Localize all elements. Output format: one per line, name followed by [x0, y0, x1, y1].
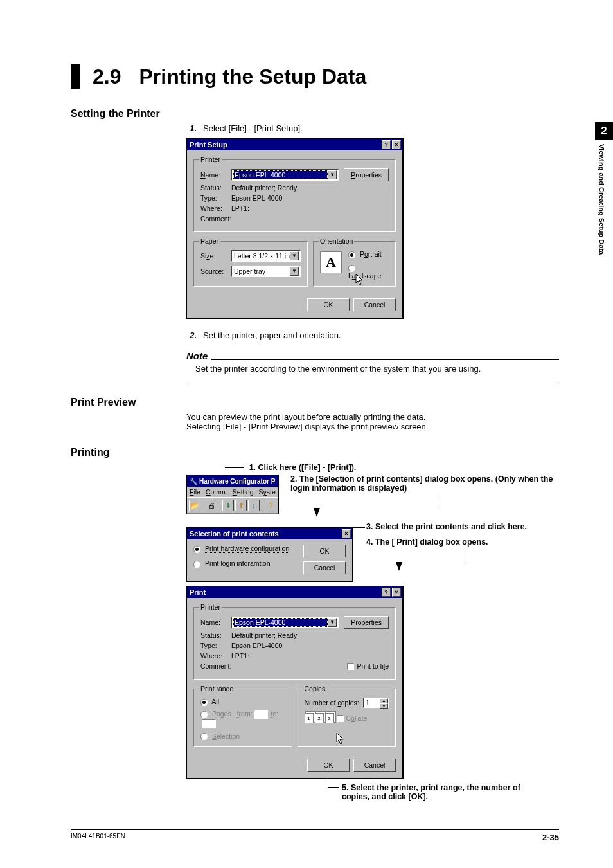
cancel-button[interactable]: Cancel	[303, 561, 346, 574]
num-copies-spinner[interactable]: 1 ▲▼	[363, 698, 389, 708]
size-label: Size:	[200, 252, 231, 260]
to-label: to:	[271, 710, 278, 718]
comment-label: Comment:	[200, 662, 231, 670]
transfer-icon[interactable]: ↕	[248, 500, 260, 511]
upload-icon[interactable]: ⬆	[235, 500, 247, 511]
spinner-up[interactable]: ▲	[380, 698, 388, 703]
callout-2: 2. The [Selection of print contents] dia…	[290, 475, 559, 493]
cursor-icon	[355, 274, 364, 285]
ok-button[interactable]: OK	[307, 298, 350, 311]
where-label: Where:	[200, 204, 231, 212]
printer-group: Printer Name: Epson EPL-4000 ▼ Propertie…	[193, 603, 396, 680]
download-icon[interactable]: ⬇	[222, 500, 234, 511]
help-icon[interactable]: ?	[265, 500, 276, 511]
doc-id: IM04L41B01-65EN	[71, 833, 125, 842]
opt-hardware-radio[interactable]	[193, 546, 200, 553]
print-preview-heading: Print Preview	[71, 397, 559, 408]
close-button[interactable]: ×	[342, 529, 351, 538]
portrait-radio[interactable]	[348, 251, 355, 258]
collate-label: Collate	[346, 714, 368, 722]
chevron-down-icon[interactable]: ▼	[290, 251, 299, 260]
step-text: Select [File] - [Print Setup].	[203, 123, 303, 133]
menu-comm[interactable]: Comm.	[206, 488, 227, 496]
callout-3: 3. Select the print contents and click h…	[366, 522, 527, 531]
print-to-file-checkbox[interactable]	[347, 663, 354, 670]
group-legend: Printer	[199, 603, 222, 611]
orientation-group: Orientation A Portrait Landscape	[313, 237, 396, 287]
status-label: Status:	[200, 631, 231, 639]
orientation-preview-icon: A	[320, 251, 342, 273]
cancel-button[interactable]: Cancel	[353, 759, 396, 772]
close-button[interactable]: ×	[392, 140, 401, 149]
name-label: Name:	[200, 619, 231, 626]
source-label: Source:	[200, 267, 231, 275]
print-preview-block: Print Preview You can preview the print …	[71, 397, 559, 431]
open-icon[interactable]: 📂	[189, 500, 200, 511]
help-button[interactable]: ?	[382, 588, 391, 597]
where-value: LPT1:	[231, 652, 249, 660]
step-number: 2.	[186, 330, 197, 340]
preview-p1: You can preview the print layout before …	[186, 412, 559, 422]
note-underline	[186, 377, 559, 381]
group-legend: Print range	[199, 685, 235, 692]
chapter-number: 2	[595, 122, 613, 140]
type-value: Epson EPL-4000	[231, 194, 282, 202]
range-selection-radio	[200, 733, 208, 740]
cancel-button[interactable]: Cancel	[353, 298, 396, 311]
status-value: Default printer; Ready	[231, 631, 297, 639]
menu-file[interactable]: File	[190, 488, 200, 496]
print-dialog: Print ? × Printer Name: Epson EPL-4000 ▼	[186, 586, 404, 779]
range-pages-radio	[200, 711, 208, 718]
menu-system[interactable]: Syste	[258, 488, 275, 496]
type-label: Type:	[200, 194, 231, 202]
group-legend: Paper	[199, 237, 220, 245]
range-all-radio[interactable]	[200, 699, 208, 706]
comment-label: Comment:	[200, 215, 231, 222]
heading-accent	[71, 64, 80, 89]
properties-button[interactable]: Properties	[344, 616, 389, 629]
callout-5: 5. Select the printer, print range, the …	[342, 783, 535, 801]
spinner-down[interactable]: ▼	[380, 703, 388, 709]
status-value: Default printer; Ready	[231, 184, 297, 192]
callout-1: 1. Click here ([File] - [Print]).	[249, 463, 357, 472]
type-value: Epson EPL-4000	[231, 642, 282, 649]
from-label: from:	[237, 710, 253, 718]
dialog-title: Print	[190, 588, 206, 596]
chevron-down-icon[interactable]: ▼	[328, 618, 337, 627]
step-number: 1.	[186, 123, 197, 133]
paper-size-combo[interactable]: Letter 8 1/2 x 11 in ▼	[231, 250, 301, 262]
print-setup-dialog: Print Setup ? × Printer Name: Epson EPL-…	[186, 138, 404, 319]
app-title: Hardware Configurator P	[199, 478, 275, 485]
ok-button[interactable]: OK	[307, 759, 350, 772]
where-label: Where:	[200, 652, 231, 660]
paper-group: Paper Size: Letter 8 1/2 x 11 in ▼ Sourc…	[193, 237, 308, 287]
portrait-label: Portrait	[360, 250, 382, 258]
help-button[interactable]: ?	[382, 140, 391, 149]
printer-group: Printer Name: Epson EPL-4000 ▼ Propertie…	[193, 156, 396, 232]
print-icon[interactable]: 🖨	[206, 500, 217, 511]
opt-hardware-label: Print hardware configuration	[205, 545, 289, 553]
range-pages-label: Pages	[212, 710, 231, 718]
copies-group: Copies Number of copies: 1 ▲▼ 1	[298, 685, 396, 747]
opt-login-radio[interactable]	[193, 561, 200, 568]
step-text: Set the printer, paper and orientation.	[203, 330, 341, 340]
titlebar: Print Setup ? ×	[187, 139, 402, 150]
properties-button[interactable]: Properties	[344, 168, 389, 181]
landscape-radio[interactable]	[348, 265, 355, 272]
group-legend: Printer	[199, 156, 222, 163]
chevron-down-icon[interactable]: ▼	[328, 170, 337, 179]
printer-name-combo[interactable]: Epson EPL-4000 ▼	[231, 617, 339, 628]
page-footer: IM04L41B01-65EN 2-35	[71, 829, 559, 842]
opt-login-label: Print login inforamtion	[205, 559, 271, 567]
app-menu: File Comm. Setting Syste	[187, 487, 278, 497]
chapter-name: Viewing and Creating Setup Data	[598, 144, 605, 255]
printer-name-combo[interactable]: Epson EPL-4000 ▼	[231, 169, 339, 181]
type-label: Type:	[200, 642, 231, 649]
printing-heading: Printing	[71, 447, 559, 458]
callout-4: 4. The [ Print] dialog box opens.	[366, 538, 527, 547]
paper-source-combo[interactable]: Upper tray ▼	[231, 266, 301, 277]
close-button[interactable]: ×	[392, 588, 401, 597]
menu-setting[interactable]: Setting	[233, 488, 254, 496]
chevron-down-icon[interactable]: ▼	[290, 267, 299, 276]
ok-button[interactable]: OK	[303, 545, 346, 557]
